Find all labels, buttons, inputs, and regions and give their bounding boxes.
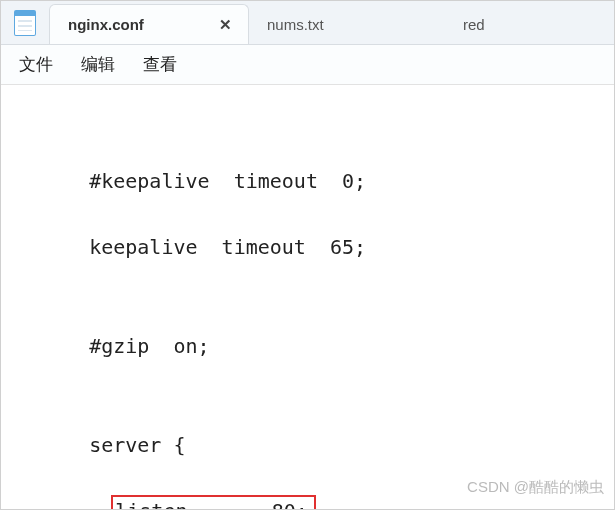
menu-edit[interactable]: 编辑: [81, 53, 115, 76]
tab-label: nums.txt: [267, 16, 324, 33]
code-line: keepalive timeout 65;: [41, 231, 608, 264]
watermark: CSDN @酷酷的懒虫: [467, 470, 604, 503]
highlight-listen: listen 80;: [111, 495, 316, 510]
tab-strip: nginx.conf ✕ nums.txt red: [49, 1, 614, 44]
tab-label: nginx.conf: [68, 16, 144, 33]
tab-label: red: [463, 16, 485, 33]
menu-bar: 文件 编辑 查看: [1, 45, 614, 85]
code-line: #keepalive timeout 0;: [41, 165, 608, 198]
menu-view[interactable]: 查看: [143, 53, 177, 76]
tab-nginx-conf[interactable]: nginx.conf ✕: [49, 4, 249, 44]
code-line: #gzip on;: [41, 330, 608, 363]
menu-file[interactable]: 文件: [19, 53, 53, 76]
code-line: server {: [41, 429, 608, 462]
app-icon: [1, 1, 49, 44]
tab-overflow[interactable]: red: [449, 4, 491, 44]
close-icon[interactable]: ✕: [216, 16, 234, 34]
notepad-icon: [14, 10, 36, 36]
tab-nums-txt[interactable]: nums.txt: [249, 4, 449, 44]
text-editor[interactable]: #keepalive timeout 0; keepalive timeout …: [1, 85, 614, 510]
title-bar: nginx.conf ✕ nums.txt red: [1, 1, 614, 45]
